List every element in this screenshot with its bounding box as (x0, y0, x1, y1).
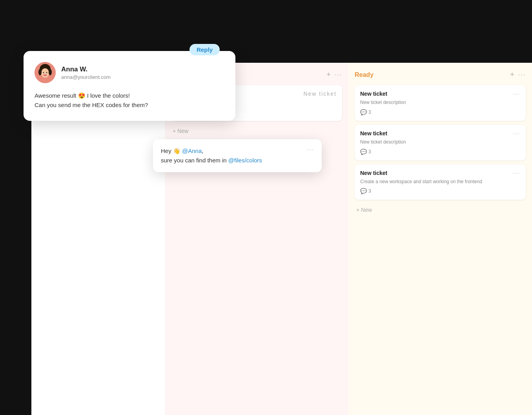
svg-point-4 (38, 69, 42, 75)
comment-count-3: 3 (368, 188, 371, 194)
tooltip-mention-files[interactable]: @files/colors (228, 157, 262, 164)
comment-count-1: 3 (368, 109, 371, 115)
comment-icon-3: 💬 (360, 188, 367, 194)
ticket-menu[interactable]: New ticket (303, 91, 337, 97)
column-ready-actions: + ··· (510, 71, 526, 79)
ticket-header-2: New ticket ··· (360, 130, 520, 137)
reply-tooltip-header: Hey 👋 @Anna, sure you can find them in @… (161, 146, 314, 165)
sender-email: anna@yourclient.com (61, 74, 111, 80)
ticket-title-1: New ticket (360, 91, 387, 97)
ticket-card-ready-3[interactable]: New ticket ··· Create a new workspace an… (355, 164, 526, 200)
ticket-desc-3: Create a new workspace and start working… (360, 178, 520, 185)
comment-count-2: 3 (368, 149, 371, 155)
column-inprogress-add[interactable]: + (326, 71, 331, 79)
tooltip-comma: , (202, 147, 203, 154)
tooltip-menu[interactable]: ··· (307, 146, 314, 153)
ticket-menu-3[interactable]: ··· (513, 170, 520, 176)
column-ready: Ready + ··· New ticket ··· New ticket de… (348, 63, 532, 415)
ticket-header-3: New ticket ··· (360, 170, 520, 176)
ticket-title-3: New ticket (360, 170, 387, 176)
email-body-line2: Can you send me the HEX codes for them? (35, 100, 224, 110)
svg-point-8 (44, 75, 46, 76)
column-inprogress-menu[interactable]: ··· (335, 71, 342, 78)
ticket-header-1: New ticket ··· (360, 91, 520, 97)
sender-row: Anna W. anna@yourclient.com (35, 62, 224, 83)
svg-point-7 (46, 72, 47, 73)
comment-icon-1: 💬 (360, 109, 367, 115)
ready-new-label: + New (356, 207, 372, 213)
sender-name: Anna W. (61, 66, 111, 73)
column-ready-header: Ready + ··· (355, 71, 526, 79)
ticket-menu-2[interactable]: ··· (513, 130, 520, 137)
reply-tooltip: Hey 👋 @Anna, sure you can find them in @… (153, 139, 322, 172)
tooltip-prefix: Hey 👋 (161, 147, 182, 154)
ticket-title-2: New ticket (360, 130, 387, 137)
inprogress-new-btn[interactable]: + New (171, 125, 342, 137)
svg-point-6 (43, 72, 44, 73)
svg-point-3 (41, 68, 49, 78)
sender-info: Anna W. anna@yourclient.com (61, 66, 111, 80)
column-ready-add[interactable]: + (510, 71, 514, 79)
tooltip-mention-anna[interactable]: @Anna (182, 147, 202, 154)
reply-tooltip-text: Hey 👋 @Anna, sure you can find them in @… (161, 146, 262, 165)
ticket-menu-1[interactable]: ··· (513, 91, 520, 97)
column-inprogress-actions: + ··· (326, 71, 342, 79)
ticket-footer-2: 💬 3 (360, 149, 520, 155)
email-body: Awesome result 😍 I love the colors! Can … (35, 91, 224, 110)
ticket-card-ready-1[interactable]: New ticket ··· New ticket description 💬 … (355, 85, 526, 121)
ticket-footer-3: 💬 3 (360, 188, 520, 194)
ticket-card-ready-2[interactable]: New ticket ··· New ticket description 💬 … (355, 125, 526, 160)
inprogress-new-label: + New (173, 128, 188, 134)
ticket-desc-1: New ticket description (360, 99, 520, 106)
ticket-footer-1: 💬 3 (360, 109, 520, 115)
ready-new-btn[interactable]: + New (355, 204, 526, 216)
avatar (35, 62, 56, 83)
ticket-desc-2: New ticket description (360, 139, 520, 146)
column-ready-title: Ready (355, 71, 373, 78)
svg-point-5 (49, 69, 52, 75)
column-ready-menu[interactable]: ··· (518, 71, 526, 78)
email-body-line1: Awesome result 😍 I love the colors! (35, 91, 224, 100)
tooltip-middle: sure you can find them in (161, 157, 228, 164)
comment-icon-2: 💬 (360, 149, 367, 155)
reply-badge[interactable]: Reply (189, 44, 220, 55)
email-card: Reply Anna W. (24, 51, 235, 121)
